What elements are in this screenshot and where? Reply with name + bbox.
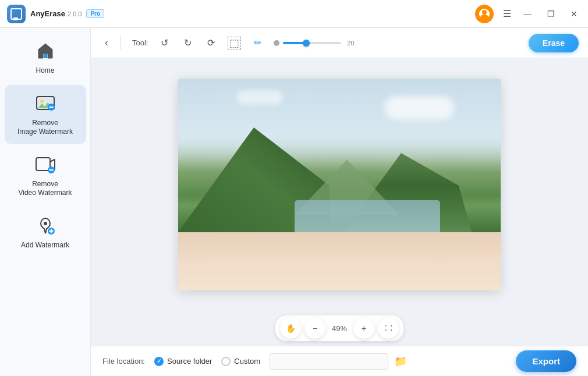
- slider-thumb: [303, 40, 310, 47]
- file-path-input[interactable]: [270, 353, 388, 370]
- sidebar-item-home-label: Home: [36, 66, 54, 76]
- add-watermark-icon: [34, 214, 57, 237]
- custom-radio[interactable]: [221, 357, 231, 366]
- rotate-button[interactable]: ⟳: [201, 34, 220, 52]
- redo-button[interactable]: ↻: [178, 34, 197, 52]
- undo-button[interactable]: ↺: [155, 34, 173, 52]
- content-area: ‹ Tool: ↺ ↻ ⟳ ⬚ ✏: [91, 28, 588, 376]
- sky-overlay: [178, 79, 501, 172]
- cloud-right: [384, 96, 454, 119]
- bottom-bar: File location: Source folder Custom 📁 Ex…: [91, 346, 588, 376]
- source-folder-radio[interactable]: [154, 357, 164, 366]
- canvas-area: [91, 58, 588, 311]
- home-icon: [34, 40, 57, 63]
- brush-size-slider[interactable]: 20: [274, 40, 356, 47]
- cloud-left: [236, 90, 283, 105]
- sidebar-item-remove-image-label: RemoveImage Watermark: [17, 119, 73, 137]
- app-version: 2.0.0: [68, 10, 82, 17]
- sidebar-item-remove-video-label: RemoveVideo Watermark: [18, 180, 72, 198]
- fullscreen-icon: ⛶: [385, 324, 392, 332]
- back-button[interactable]: ‹: [100, 34, 113, 51]
- landscape-image: [178, 79, 501, 290]
- svg-rect-0: [44, 54, 47, 58]
- export-button[interactable]: Export: [516, 350, 576, 372]
- redo-icon: ↻: [184, 37, 192, 48]
- remove-video-watermark-icon: [34, 153, 57, 176]
- image-container: [178, 79, 501, 290]
- custom-option[interactable]: Custom: [221, 357, 260, 366]
- file-location-label: File location:: [102, 357, 145, 366]
- brush-icon: ✏: [254, 37, 261, 48]
- app-logo: [7, 5, 26, 23]
- minimize-button[interactable]: —: [520, 7, 534, 21]
- sidebar-item-remove-image-watermark[interactable]: RemoveImage Watermark: [5, 85, 86, 144]
- avatar-button[interactable]: [475, 5, 494, 23]
- titlebar: AnyErase 2.0.0 Pro ☰ — ❐ ✕: [0, 0, 588, 28]
- folder-browse-button[interactable]: 📁: [393, 354, 408, 369]
- custom-label: Custom: [234, 357, 260, 366]
- foreground-terrace: [178, 232, 501, 290]
- brush-size-indicator: [274, 40, 279, 46]
- rotate-icon: ⟳: [207, 37, 215, 48]
- pan-button[interactable]: ✋: [280, 318, 301, 339]
- selection-icon: ⬚: [228, 37, 241, 49]
- zoom-in-icon: +: [362, 324, 366, 333]
- source-folder-option[interactable]: Source folder: [154, 357, 212, 366]
- pan-icon: ✋: [286, 324, 296, 333]
- svg-point-2: [40, 100, 44, 103]
- svg-point-8: [44, 222, 47, 225]
- hamburger-icon: ☰: [503, 8, 511, 19]
- source-folder-label: Source folder: [167, 357, 212, 366]
- erase-button[interactable]: Erase: [529, 34, 579, 52]
- selection-tool-button[interactable]: ⬚: [225, 34, 243, 52]
- remove-image-watermark-icon: [34, 92, 57, 115]
- sidebar-item-remove-video-watermark[interactable]: RemoveVideo Watermark: [5, 146, 86, 205]
- brush-tool-button[interactable]: ✏: [248, 34, 267, 52]
- brush-size-value: 20: [345, 40, 356, 47]
- avatar-icon: [479, 9, 490, 19]
- toolbar: ‹ Tool: ↺ ↻ ⟳ ⬚ ✏: [91, 28, 588, 58]
- app-logo-icon: [10, 8, 22, 20]
- zoom-out-button[interactable]: −: [304, 318, 325, 339]
- folder-icon: 📁: [394, 356, 407, 367]
- water-area: [295, 200, 440, 235]
- maximize-button[interactable]: ❐: [544, 7, 558, 21]
- sidebar-item-home[interactable]: Home: [5, 33, 86, 83]
- fullscreen-button[interactable]: ⛶: [378, 318, 399, 339]
- sidebar-item-add-watermark[interactable]: Add Watermark: [5, 207, 86, 257]
- zoom-in-button[interactable]: +: [353, 318, 374, 339]
- app-name: AnyErase: [30, 9, 65, 18]
- zoom-out-icon: −: [313, 324, 317, 333]
- close-button[interactable]: ✕: [567, 7, 581, 21]
- slider-track[interactable]: [283, 42, 341, 44]
- zoom-percent: 49%: [329, 324, 350, 333]
- main-layout: Home RemoveImage Watermark: [0, 28, 588, 376]
- pro-badge: Pro: [86, 9, 104, 18]
- hamburger-button[interactable]: ☰: [503, 8, 511, 19]
- zoom-group: ✋ − 49% + ⛶: [275, 315, 403, 341]
- sidebar-item-add-watermark-label: Add Watermark: [21, 241, 69, 250]
- sidebar: Home RemoveImage Watermark: [0, 28, 91, 376]
- titlebar-controls: ☰ — ❐ ✕: [475, 5, 581, 23]
- svg-rect-5: [36, 158, 50, 171]
- zoom-controls: ✋ − 49% + ⛶: [91, 311, 588, 346]
- undo-icon: ↺: [161, 37, 168, 48]
- tool-label: Tool:: [132, 38, 148, 47]
- toolbar-separator: [120, 36, 121, 50]
